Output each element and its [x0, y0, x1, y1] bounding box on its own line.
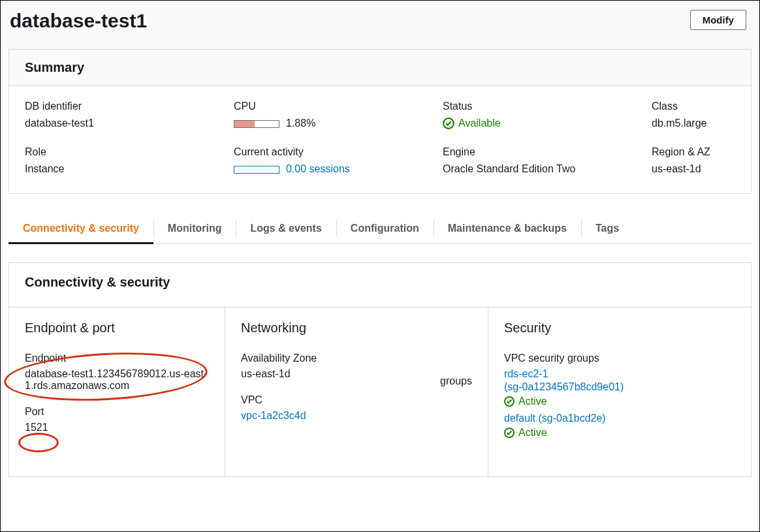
check-circle-icon [504, 428, 515, 438]
cpu-bar-fill [234, 121, 255, 127]
vpc-value[interactable]: vpc-1a2c3c4d [241, 410, 306, 421]
sg-label: VPC security groups [504, 352, 735, 364]
status-label: Status [443, 101, 652, 112]
cpu-bar [234, 120, 279, 128]
field-activity: Current activity 0.00 sessions [234, 146, 443, 175]
check-circle-icon [443, 117, 454, 129]
networking-column: Networking Availability Zone us-east-1d … [225, 307, 488, 477]
endpoint-value: database-test1.123456789012.us-east-1.rd… [25, 368, 209, 392]
sg1-name-link[interactable]: rds-ec2-1 [504, 368, 548, 379]
region-value: us-east-1d [652, 163, 735, 175]
field-region-az: Region & AZ us-east-1d [652, 146, 735, 175]
class-value: db.m5.large [652, 117, 735, 129]
connectivity-card: Connectivity & security Endpoint & port … [8, 262, 752, 477]
activity-label: Current activity [234, 146, 443, 158]
class-label: Class [652, 101, 735, 112]
az-label: Availability Zone [241, 352, 472, 364]
region-label: Region & AZ [652, 146, 735, 158]
summary-card-header: Summary [9, 50, 751, 86]
field-db-identifier: DB identifier database-test1 [25, 101, 234, 129]
sg2-active-text: Active [518, 427, 547, 439]
connectivity-heading: Connectivity & security [25, 275, 735, 290]
activity-bar [234, 166, 279, 174]
endpoint-port-title: Endpoint & port [25, 321, 209, 336]
endpoint-port-column: Endpoint & port Endpoint database-test1.… [9, 307, 225, 477]
tab-maintenance-backups[interactable]: Maintenance & backups [434, 213, 581, 243]
sg1-active-text: Active [518, 396, 547, 407]
summary-heading: Summary [25, 60, 735, 75]
summary-card: Summary DB identifier database-test1 CPU… [8, 49, 752, 194]
cpu-value-row: 1.88% [234, 117, 443, 129]
az-value: us-east-1d [241, 368, 472, 380]
field-engine: Engine Oracle Standard Edition Two [443, 146, 652, 175]
connectivity-card-header: Connectivity & security [9, 263, 751, 307]
endpoint-label: Endpoint [25, 352, 209, 364]
sg1-id-link[interactable]: (sg-0a1234567b8cd9e01) [504, 381, 624, 392]
cpu-value: 1.88% [286, 117, 315, 129]
vpc-label: VPC [241, 394, 472, 406]
vpc-link[interactable]: vpc-1a2c3c4d [241, 410, 472, 422]
sg1-status: Active [504, 396, 735, 407]
sg2-status: Active [504, 427, 735, 439]
modify-button[interactable]: Modify [690, 10, 746, 30]
summary-grid: DB identifier database-test1 CPU 1.88% S… [9, 86, 751, 193]
engine-value: Oracle Standard Edition Two [443, 163, 652, 175]
tab-logs-events[interactable]: Logs & events [236, 213, 336, 243]
field-role: Role Instance [25, 146, 234, 175]
page-title: database-test1 [10, 10, 147, 32]
status-value: Available [458, 117, 501, 129]
role-value: Instance [25, 163, 234, 175]
tab-tags[interactable]: Tags [581, 213, 633, 243]
tab-configuration[interactable]: Configuration [336, 213, 434, 243]
connectivity-columns: Endpoint & port Endpoint database-test1.… [9, 307, 751, 477]
sg2-link[interactable]: default (sg-0a1bcd2e) [504, 413, 606, 424]
networking-title: Networking [241, 321, 472, 336]
stray-groups-text: groups [440, 375, 472, 387]
activity-value-row: 0.00 sessions [234, 163, 443, 175]
role-label: Role [25, 146, 234, 158]
port-label: Port [25, 406, 209, 418]
cpu-label: CPU [234, 101, 443, 112]
activity-value[interactable]: 0.00 sessions [286, 163, 350, 174]
page-header: database-test1 Modify [1, 1, 759, 49]
field-cpu: CPU 1.88% [234, 101, 443, 129]
annotation-ellipse-port [18, 433, 59, 452]
security-title: Security [504, 321, 735, 336]
field-class: Class db.m5.large [652, 101, 735, 129]
security-column: Security VPC security groups rds-ec2-1 (… [488, 307, 751, 477]
tabs: Connectivity & security Monitoring Logs … [8, 213, 752, 244]
engine-label: Engine [443, 146, 652, 158]
status-value-row: Available [443, 117, 652, 129]
check-circle-icon [504, 396, 515, 407]
db-identifier-value: database-test1 [25, 117, 234, 129]
port-value: 1521 [25, 422, 209, 433]
db-identifier-label: DB identifier [25, 101, 234, 112]
field-status: Status Available [443, 101, 652, 129]
tab-monitoring[interactable]: Monitoring [153, 213, 236, 243]
tab-connectivity-security[interactable]: Connectivity & security [8, 213, 153, 243]
